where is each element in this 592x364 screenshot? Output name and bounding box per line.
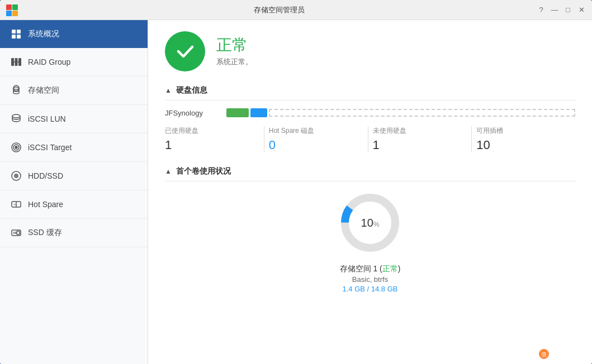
- chevron-down-icon[interactable]: ▲: [165, 87, 172, 94]
- sidebar: 系统概况 RAID Group: [0, 20, 148, 364]
- titlebar: 存储空间管理员 ? — □ ✕: [0, 0, 592, 20]
- stat-slots-value: 10: [476, 138, 571, 152]
- target-icon: [10, 141, 22, 154]
- main-area: 系统概况 RAID Group: [0, 20, 592, 364]
- svg-point-20: [16, 175, 17, 176]
- svg-rect-7: [17, 35, 21, 39]
- svg-text:+: +: [13, 203, 16, 207]
- disk-bar-hotspare: [250, 108, 267, 117]
- window-controls: ? — □ ✕: [536, 5, 586, 15]
- volume-section: ▲ 首个卷使用状况: [165, 166, 575, 293]
- svg-rect-0: [6, 4, 12, 10]
- hotspare-icon: +: [10, 198, 22, 210]
- volume-name: 存储空间 1 (正常): [340, 264, 401, 274]
- stat-used-value: 1: [165, 138, 259, 152]
- svg-rect-3: [12, 11, 18, 16]
- svg-rect-4: [12, 30, 16, 33]
- ssd-icon: [10, 227, 22, 239]
- disk-info-section: ▲ 硬盘信息 JFSynology: [165, 85, 575, 152]
- status-title: 正常: [216, 36, 253, 55]
- sidebar-item-iscsi-lun[interactable]: iSCSI LUN: [0, 105, 148, 133]
- svg-rect-5: [17, 30, 21, 33]
- svg-rect-10: [18, 58, 21, 66]
- sidebar-item-hot-spare[interactable]: + Hot Spare: [0, 190, 148, 219]
- stat-unused-value: 1: [373, 138, 467, 152]
- svg-rect-27: [17, 231, 20, 234]
- status-subtitle: 系统正常。: [216, 57, 253, 67]
- status-icon: [165, 31, 205, 71]
- volume-chevron-icon[interactable]: ▲: [165, 167, 172, 175]
- svg-point-12: [13, 85, 19, 91]
- stat-hotspare-label: Hot Spare 磁盘: [269, 126, 363, 136]
- disk-pool-row: JFSynology: [165, 108, 575, 117]
- stat-unused-disks: 未使用硬盘 1: [368, 126, 472, 152]
- sidebar-label-ssd-cache: SSD 缓存: [28, 228, 62, 238]
- svg-point-17: [15, 146, 17, 149]
- content-area: 正常 系统正常。 ▲ 硬盘信息 JFSynology: [148, 20, 592, 364]
- sidebar-label-overview: 系统概况: [28, 29, 59, 39]
- main-window: 存储空间管理员 ? — □ ✕: [0, 0, 592, 364]
- sidebar-label-hdd: HDD/SSD: [28, 171, 63, 180]
- volume-size: 1.4 GB / 14.8 GB: [343, 285, 398, 293]
- stat-unused-label: 未使用硬盘: [373, 126, 467, 136]
- stat-slots-label: 可用插槽: [476, 126, 571, 136]
- minimize-button[interactable]: —: [550, 5, 560, 15]
- sidebar-item-iscsi-target[interactable]: iSCSI Target: [0, 133, 148, 162]
- grid-icon: [10, 28, 22, 40]
- disk-info-header: ▲ 硬盘信息: [165, 85, 575, 100]
- stat-used-label: 已使用硬盘: [165, 126, 259, 136]
- pool-label: JFSynology: [165, 109, 221, 117]
- status-text-area: 正常 系统正常。: [216, 36, 253, 67]
- volume-chart-area: 10% 存储空间 1 (正常) Basic, btrfs 1.4 GB / 14…: [165, 189, 575, 293]
- svg-rect-6: [12, 35, 16, 39]
- volume-type: Basic, btrfs: [352, 275, 388, 284]
- sidebar-label-storage: 存储空间: [28, 85, 59, 95]
- disk-stats: 已使用硬盘 1 Hot Spare 磁盘 0 未使用硬盘 1 可用插槽: [165, 126, 575, 152]
- iscsi-icon: [10, 113, 22, 125]
- volume-header: ▲ 首个卷使用状况: [165, 166, 575, 181]
- hdd-icon: [10, 170, 22, 182]
- disk-bar: [226, 108, 575, 117]
- maximize-button[interactable]: □: [563, 5, 573, 15]
- disk-bar-empty: [269, 109, 575, 117]
- donut-chart: 10%: [337, 189, 404, 256]
- status-section: 正常 系统正常。: [165, 31, 575, 71]
- stat-hotspare-value: 0: [269, 138, 363, 152]
- sidebar-item-hdd[interactable]: HDD/SSD: [0, 162, 148, 190]
- volume-status: 正常: [382, 264, 398, 273]
- svg-rect-2: [6, 11, 12, 16]
- disk-bar-used: [226, 108, 249, 117]
- sidebar-item-raid[interactable]: RAID Group: [0, 48, 148, 76]
- svg-point-14: [12, 114, 20, 118]
- sidebar-item-overview[interactable]: 系统概况: [0, 20, 148, 48]
- storage-icon: [10, 84, 22, 97]
- sidebar-label-iscsi-target: iSCSI Target: [28, 143, 72, 152]
- sidebar-label-hot-spare: Hot Spare: [28, 200, 63, 209]
- sidebar-label-raid: RAID Group: [28, 58, 70, 66]
- volume-title: 首个卷使用状况: [176, 166, 231, 176]
- raid-icon: [10, 56, 22, 68]
- svg-point-13: [13, 87, 19, 89]
- svg-text:值: 值: [541, 351, 547, 357]
- help-button[interactable]: ?: [536, 5, 546, 15]
- sidebar-label-iscsi-lun: iSCSI LUN: [28, 114, 66, 123]
- donut-center: 10%: [361, 217, 380, 229]
- close-button[interactable]: ✕: [576, 5, 586, 15]
- disk-info-title: 硬盘信息: [176, 85, 207, 95]
- stat-available-slots: 可用插槽 10: [472, 126, 575, 152]
- watermark: 值 什么值得买: [538, 348, 585, 360]
- app-logo: [6, 4, 18, 16]
- window-title: 存储空间管理员: [22, 5, 536, 15]
- sidebar-item-storage[interactable]: 存储空间: [0, 76, 148, 105]
- svg-rect-1: [12, 4, 18, 10]
- stat-used-disks: 已使用硬盘 1: [165, 126, 264, 152]
- stat-hotspare-disks: Hot Spare 磁盘 0: [264, 126, 368, 152]
- sidebar-item-ssd-cache[interactable]: SSD 缓存: [0, 219, 148, 247]
